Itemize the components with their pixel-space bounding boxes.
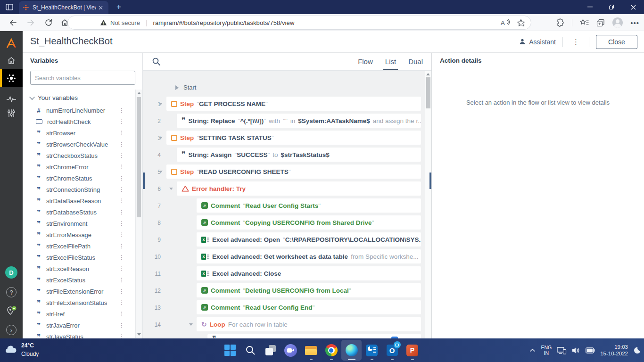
variable-menu-icon[interactable]: ⋮ bbox=[119, 152, 124, 159]
action-row[interactable]: StepREAD USERCONFIG SHEETS bbox=[166, 165, 421, 179]
variable-menu-icon[interactable]: ⋮ bbox=[119, 130, 124, 136]
action-row[interactable]: ↻LoopFor each row in table bbox=[197, 317, 421, 331]
tab-flow[interactable]: Flow bbox=[358, 53, 373, 70]
extensions-icon[interactable] bbox=[556, 18, 564, 27]
action-row[interactable]: Error handler: Try bbox=[177, 181, 421, 196]
address-bar[interactable]: ! Not secure | ramjiram/#/bots/repositor… bbox=[67, 16, 531, 30]
powerpoint-button[interactable]: P bbox=[402, 340, 422, 361]
file-explorer-button[interactable] bbox=[301, 340, 321, 361]
action-row[interactable]: xExcel advanced: Close bbox=[197, 266, 421, 280]
variable-menu-icon[interactable]: ⋮ bbox=[119, 186, 124, 193]
variable-item[interactable]: ❞strChromeStatus⋮ bbox=[23, 173, 136, 184]
weather-widget[interactable]: 24°CCloudy bbox=[4, 341, 39, 358]
variable-menu-icon[interactable]: ⋮ bbox=[119, 265, 124, 272]
variable-item[interactable]: ❞strFileExtensionStatus⋮ bbox=[23, 297, 136, 308]
action-row[interactable]: //CommentRead User Config Starts bbox=[197, 198, 421, 213]
action-row[interactable]: StepGET PROCESS NAME bbox=[166, 97, 421, 111]
expand-icon[interactable]: › bbox=[0, 322, 23, 337]
browser-menu-icon[interactable]: ••• bbox=[630, 19, 639, 27]
scroll-thumb[interactable] bbox=[137, 97, 141, 217]
edge-button[interactable] bbox=[341, 340, 362, 361]
variable-item[interactable]: ❞strBrowser⋮ bbox=[23, 127, 136, 139]
variable-menu-icon[interactable]: ⋮ bbox=[119, 299, 124, 306]
user-avatar[interactable]: D bbox=[0, 265, 23, 280]
variable-item[interactable]: ❞strJavaError⋮ bbox=[23, 320, 136, 331]
action-row[interactable]: StepSETTING TASK STATUS bbox=[166, 131, 421, 145]
search-icon[interactable] bbox=[152, 57, 161, 66]
devices-icon[interactable] bbox=[557, 346, 567, 354]
browser-tab[interactable]: St_HealthCheckBot | View Task B bbox=[19, 1, 108, 14]
site-security-chip[interactable]: ! Not secure bbox=[100, 19, 140, 26]
your-variables-group[interactable]: Your variables bbox=[30, 94, 78, 101]
variable-menu-icon[interactable]: ⋮ bbox=[119, 322, 124, 329]
clock[interactable]: 19:0315-10-2022 bbox=[600, 344, 628, 357]
tab-list[interactable]: List bbox=[385, 53, 396, 70]
variable-menu-icon[interactable]: ⋮ bbox=[119, 220, 124, 227]
variable-item[interactable]: ❞strDatabaseStatus⋮ bbox=[23, 206, 136, 218]
variables-scrollbar[interactable] bbox=[135, 90, 142, 338]
browser-profile-icon[interactable] bbox=[612, 17, 623, 28]
variable-item[interactable]: ❞strFileExtensionError⋮ bbox=[23, 286, 136, 297]
action-row[interactable]: ❞String: AssignSUCCESSto$strTaskStatus$ bbox=[177, 148, 421, 162]
variable-item[interactable]: ❞strExcelReason⋮ bbox=[23, 263, 136, 274]
scroll-down-icon[interactable] bbox=[137, 333, 141, 336]
variable-item[interactable]: #numErrorLineNumber⋮ bbox=[23, 105, 136, 116]
variable-menu-icon[interactable]: ⋮ bbox=[119, 254, 124, 261]
tour-pin-icon[interactable] bbox=[0, 304, 23, 319]
action-row[interactable]: //CommentRead User Config End bbox=[197, 300, 421, 314]
variable-item[interactable]: ❞strExcelFilePath⋮ bbox=[23, 240, 136, 252]
variable-menu-icon[interactable]: ⋮ bbox=[119, 277, 124, 283]
tray-chevron-up-icon[interactable] bbox=[529, 348, 536, 352]
scroll-thumb[interactable] bbox=[426, 77, 430, 108]
action-row[interactable]: //CommentDeleting USERCONFIG from Local bbox=[197, 283, 421, 297]
variable-menu-icon[interactable]: ⋮ bbox=[119, 209, 124, 215]
chrome-button[interactable] bbox=[321, 340, 341, 361]
assistant-button[interactable]: Assistant bbox=[519, 38, 556, 46]
collapse-caret-icon[interactable] bbox=[189, 323, 193, 326]
action-row[interactable]: xExcel advanced: Get worksheet as data t… bbox=[197, 249, 421, 263]
manage-icon[interactable] bbox=[0, 106, 23, 121]
close-button[interactable]: Close bbox=[596, 35, 637, 49]
language-indicator[interactable]: ENGIN bbox=[541, 345, 552, 356]
start-button[interactable] bbox=[220, 340, 240, 361]
scroll-up-icon[interactable] bbox=[426, 73, 430, 75]
collapse-caret-icon[interactable] bbox=[159, 137, 163, 139]
taskbar-search-button[interactable] bbox=[240, 340, 260, 361]
variable-item[interactable]: ❞strDataBaseReason⋮ bbox=[23, 195, 136, 206]
help-icon[interactable]: ? bbox=[0, 285, 23, 300]
home-icon[interactable] bbox=[0, 53, 23, 68]
variable-menu-icon[interactable]: ⋮ bbox=[119, 175, 124, 181]
automation-anywhere-logo[interactable] bbox=[0, 36, 23, 51]
variable-menu-icon[interactable]: ⋮ bbox=[119, 141, 124, 148]
battery-icon[interactable] bbox=[586, 347, 595, 354]
new-tab-button[interactable]: + bbox=[113, 1, 124, 13]
favorites-icon[interactable] bbox=[580, 19, 589, 26]
restore-icon[interactable] bbox=[601, 0, 622, 14]
action-row[interactable]: ❞String: Replace^(.*[\\\/])within$System… bbox=[177, 114, 421, 128]
collapse-caret-icon[interactable] bbox=[159, 103, 163, 105]
variable-item[interactable]: ❞strCheckboxStatus⋮ bbox=[23, 150, 136, 161]
task-view-button[interactable] bbox=[260, 340, 281, 361]
variable-item[interactable]: ❞strExcelFileStatus⋮ bbox=[23, 252, 136, 263]
start-expand-icon[interactable] bbox=[175, 85, 179, 90]
variable-menu-icon[interactable]: ⋮ bbox=[119, 197, 124, 204]
variable-menu-icon[interactable]: ⋮ bbox=[119, 107, 124, 114]
variable-menu-icon[interactable]: ⋮ bbox=[119, 231, 124, 238]
back-icon[interactable] bbox=[8, 18, 18, 27]
minimize-icon[interactable] bbox=[579, 0, 601, 14]
tab-close-icon[interactable] bbox=[96, 3, 105, 12]
header-menu-icon[interactable]: ⋮ bbox=[570, 38, 582, 46]
add-favorite-icon[interactable] bbox=[517, 19, 525, 27]
variable-item[interactable]: ❞strErrorMessage⋮ bbox=[23, 229, 136, 240]
action-row[interactable]: //CommentCopying USERCONFIG from Shared … bbox=[197, 215, 421, 230]
forward-icon[interactable] bbox=[25, 18, 36, 27]
variable-item[interactable]: ❞strChromeError⋮ bbox=[23, 161, 136, 173]
search-variables-input[interactable] bbox=[30, 71, 135, 85]
refresh-icon[interactable] bbox=[43, 18, 54, 27]
bot-editor-active-item[interactable] bbox=[0, 69, 23, 87]
variable-item[interactable]: rcdHealthCheck⋮ bbox=[23, 116, 136, 127]
start-node[interactable]: Start bbox=[175, 84, 196, 91]
variable-menu-icon[interactable]: ⋮ bbox=[119, 311, 124, 317]
chat-button[interactable] bbox=[281, 340, 301, 361]
chart-app-button[interactable] bbox=[362, 340, 382, 361]
